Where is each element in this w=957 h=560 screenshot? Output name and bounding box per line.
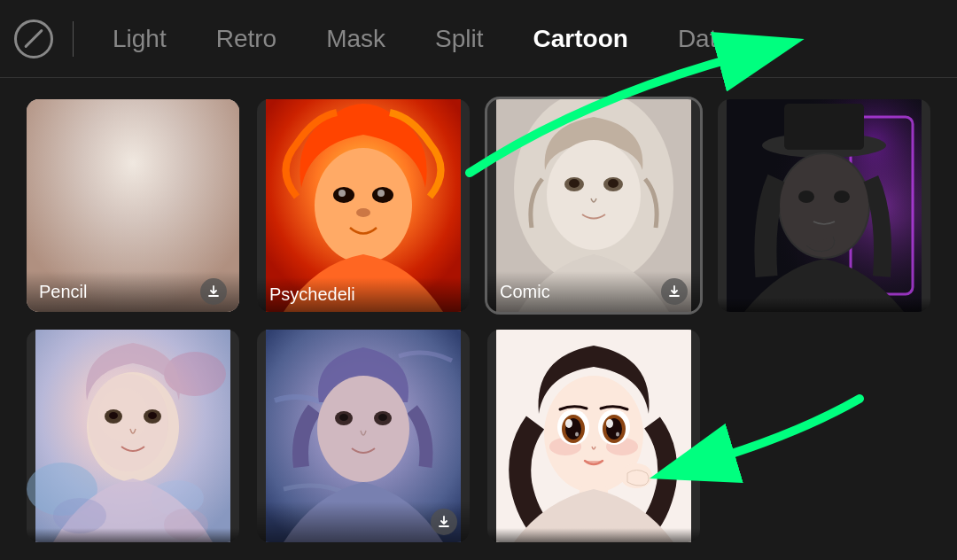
psychedeli-label: Psychedeli [257,277,470,312]
watercolor-label [27,528,239,542]
cancel-icon [14,19,53,58]
tab-split[interactable]: Split [410,0,508,78]
svg-point-22 [569,179,580,188]
svg-point-52 [339,414,348,421]
svg-point-6 [142,177,160,190]
svg-point-49 [317,376,409,482]
nav-divider [73,21,74,57]
svg-point-11 [315,148,412,263]
svg-point-67 [575,432,579,437]
comic-label: Comic [487,271,700,312]
svg-point-19 [547,140,641,250]
neon-label [718,298,930,312]
svg-point-65 [565,419,572,428]
tab-retro[interactable]: Retro [191,0,301,78]
svg-point-15 [377,190,385,197]
comic-download[interactable] [661,278,688,305]
pencil-download[interactable] [200,278,227,305]
tab-cartoon[interactable]: Cartoon [509,0,653,78]
svg-point-2 [84,117,182,197]
svg-rect-29 [784,104,864,150]
paint-download[interactable] [431,509,457,535]
svg-point-7 [111,179,120,186]
svg-point-32 [798,191,814,203]
filter-watercolor[interactable] [27,330,239,542]
filter-paint[interactable] [257,330,470,542]
paint-label [257,502,470,542]
filter-comic[interactable]: Comic [487,99,700,312]
svg-point-44 [148,412,157,419]
svg-point-16 [356,208,370,217]
pencil-label: Pencil [27,271,239,312]
filter-pencil[interactable]: Pencil [27,99,239,312]
svg-rect-3 [119,232,147,263]
svg-point-66 [606,419,613,428]
filter-grid: Pencil [0,82,957,560]
tab-date[interactable]: Date [653,0,755,78]
tab-mask[interactable]: Mask [301,0,410,78]
filter-neon[interactable] [718,99,930,312]
svg-point-53 [378,414,387,421]
svg-point-33 [834,191,850,203]
svg-point-4 [89,141,177,244]
tab-light[interactable]: Light [88,0,191,78]
svg-point-23 [608,179,619,188]
filter-cartoon2[interactable] [487,330,700,542]
svg-point-43 [109,412,118,419]
svg-point-14 [338,190,346,197]
svg-point-68 [616,432,619,437]
filter-psychedeli[interactable]: Psychedeli [257,99,470,312]
nav-bar: Light Retro Mask Split Cartoon Date [0,0,957,78]
svg-point-5 [106,177,124,190]
cartoon2-label [487,528,700,542]
svg-point-1 [87,128,179,238]
svg-point-8 [146,179,155,186]
nav-tabs: Light Retro Mask Split Cartoon Date [88,0,755,78]
cancel-button[interactable] [9,14,58,64]
